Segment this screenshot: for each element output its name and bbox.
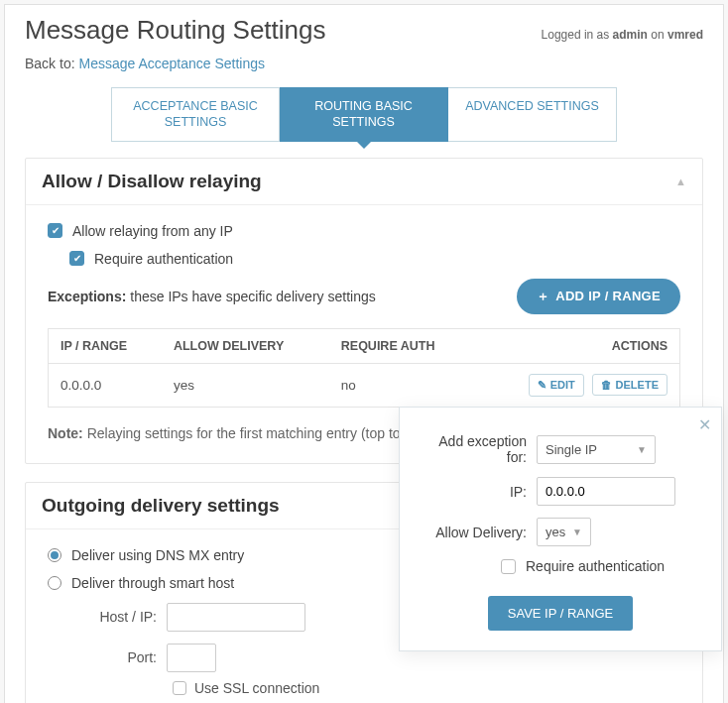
ssl-label: Use SSL connection [194, 680, 319, 696]
allow-delivery-label: Allow Delivery: [418, 525, 527, 540]
exception-type-value: Single IP [546, 442, 597, 457]
col-ip: IP / RANGE [49, 328, 162, 363]
breadcrumb: Back to: Message Acceptance Settings [5, 52, 723, 87]
chevron-down-icon: ▼ [572, 527, 582, 537]
port-input[interactable] [167, 644, 216, 672]
deliver-dns-radio[interactable] [48, 548, 61, 562]
delete-label: DELETE [616, 379, 659, 391]
popover-require-auth-label: Require authentication [526, 558, 665, 574]
port-label: Port: [48, 649, 157, 665]
popover-require-auth-checkbox[interactable] [501, 559, 516, 574]
host-label: Host / IP: [48, 609, 157, 625]
collapse-icon[interactable]: ▲ [675, 176, 686, 187]
deliver-dns-label: Deliver using DNS MX entry [71, 547, 244, 563]
login-host: vmred [667, 28, 703, 42]
allow-any-ip-checkbox[interactable]: ✔ [48, 223, 62, 238]
host-input[interactable] [167, 603, 305, 632]
exception-for-label: Add exception for: [418, 433, 527, 465]
login-prefix: Logged in as [542, 28, 613, 42]
back-link[interactable]: Message Acceptance Settings [78, 56, 265, 71]
exceptions-label: Exceptions: [48, 289, 126, 304]
cell-ip: 0.0.0.0 [49, 363, 162, 407]
require-auth-label: Require authentication [94, 251, 233, 267]
edit-label: EDIT [550, 379, 575, 391]
allow-delivery-value: yes [546, 525, 565, 539]
ip-input[interactable] [537, 477, 675, 506]
login-info: Logged in as admin on vmred [542, 28, 703, 42]
back-label: Back to: [25, 56, 75, 71]
login-on: on [648, 28, 667, 42]
chevron-down-icon: ▼ [637, 444, 647, 455]
tab-advanced[interactable]: ADVANCED SETTINGS [448, 87, 617, 142]
exceptions-text: Exceptions: these IPs have specific deli… [48, 289, 376, 304]
note-text: Relaying settings for the first matching… [83, 425, 435, 441]
add-ip-label: ADD IP / RANGE [555, 289, 661, 303]
tab-acceptance-basic[interactable]: ACCEPTANCE BASIC SETTINGS [111, 87, 280, 142]
cell-allow: yes [162, 363, 329, 407]
note-label: Note: [48, 425, 83, 441]
tab-routing-basic[interactable]: ROUTING BASIC SETTINGS [280, 87, 448, 142]
ssl-checkbox[interactable] [173, 681, 186, 695]
require-auth-checkbox[interactable]: ✔ [69, 251, 84, 266]
allow-any-ip-label: Allow relaying from any IP [72, 223, 233, 239]
pencil-icon: ✎ [538, 379, 546, 392]
col-actions: ACTIONS [476, 328, 680, 363]
ip-label: IP: [418, 484, 527, 500]
login-user: admin [613, 28, 648, 42]
exceptions-desc: these IPs have specific delivery setting… [126, 289, 375, 304]
exceptions-table: IP / RANGE ALLOW DELIVERY REQUIRE AUTH A… [48, 328, 680, 408]
allow-delivery-select[interactable]: yes ▼ [537, 518, 591, 546]
trash-icon: 🗑 [601, 379, 612, 391]
table-row: 0.0.0.0 yes no ✎ EDIT 🗑 DELETE [49, 363, 680, 407]
col-allow: ALLOW DELIVERY [162, 328, 329, 363]
delete-button[interactable]: 🗑 DELETE [592, 374, 667, 396]
add-ip-range-button[interactable]: ＋ ADD IP / RANGE [517, 279, 680, 314]
deliver-smart-radio[interactable] [48, 576, 61, 590]
add-ip-popover: ✕ Add exception for: Single IP ▼ IP: All… [399, 407, 722, 651]
plus-icon: ＋ [537, 288, 549, 305]
save-ip-range-button[interactable]: SAVE IP / RANGE [488, 596, 633, 631]
relay-title: Allow / Disallow relaying [42, 171, 262, 192]
deliver-smart-label: Deliver through smart host [71, 575, 234, 591]
edit-button[interactable]: ✎ EDIT [529, 374, 584, 397]
close-icon[interactable]: ✕ [698, 415, 711, 434]
exception-type-select[interactable]: Single IP ▼ [537, 435, 656, 464]
outgoing-title: Outgoing delivery settings [42, 495, 280, 517]
page-title: Message Routing Settings [25, 15, 326, 46]
cell-auth: no [329, 363, 476, 407]
col-auth: REQUIRE AUTH [329, 328, 476, 363]
